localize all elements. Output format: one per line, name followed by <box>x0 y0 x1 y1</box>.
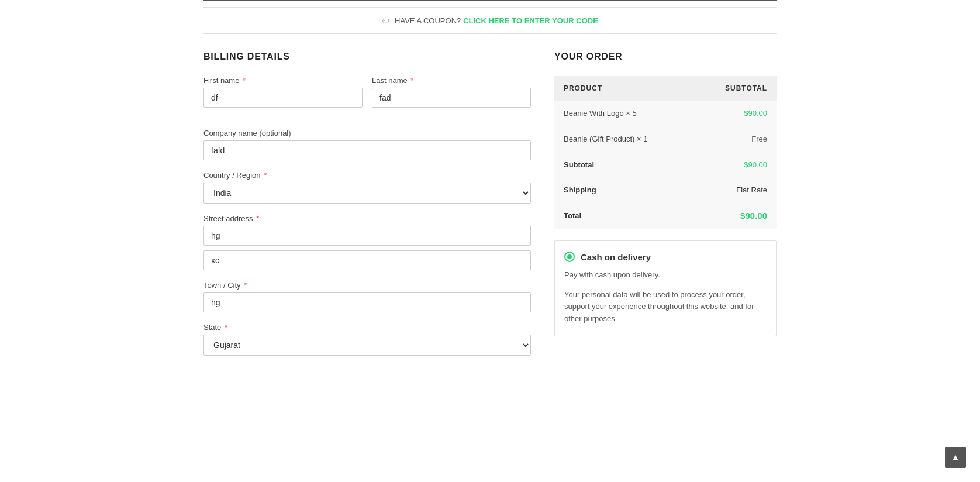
col-subtotal-header: SUBTOTAL <box>694 76 777 101</box>
shipping-value: Flat Rate <box>694 177 777 202</box>
first-name-input[interactable] <box>203 88 363 108</box>
street-group: Street address * <box>203 214 531 270</box>
radio-selected-icon[interactable] <box>564 252 575 262</box>
company-label: Company name (optional) <box>203 129 531 137</box>
last-name-input[interactable] <box>372 88 531 108</box>
last-name-group: Last name * <box>372 76 531 108</box>
coupon-link[interactable]: CLICK HERE TO ENTER YOUR CODE <box>463 16 598 25</box>
country-label: Country / Region * <box>203 171 531 180</box>
town-group: Town / City * <box>203 281 531 312</box>
radio-inner <box>567 254 572 259</box>
last-name-label: Last name * <box>372 76 531 85</box>
billing-title: BILLING DETAILS <box>203 51 531 62</box>
order-item-row: Beanie With Logo × 5$90.00 <box>554 101 777 126</box>
street-input-2[interactable] <box>203 250 531 270</box>
state-required: * <box>225 323 227 332</box>
country-select[interactable]: India United States United Kingdom <box>203 183 531 204</box>
subtotal-value: $90.00 <box>694 152 777 178</box>
total-row: Total $90.00 <box>554 202 777 229</box>
street-required: * <box>256 214 259 223</box>
name-row: First name * Last name * <box>203 76 531 118</box>
country-required: * <box>264 171 267 180</box>
last-name-required: * <box>410 76 413 85</box>
total-label: Total <box>554 202 694 229</box>
country-group: Country / Region * India United States U… <box>203 171 531 204</box>
state-label: State * <box>203 323 531 332</box>
payment-header: Cash on delivery <box>564 252 767 262</box>
town-input[interactable] <box>203 292 531 312</box>
payment-method-label: Cash on delivery <box>581 252 651 262</box>
billing-section: BILLING DETAILS First name * Last name * <box>203 51 531 366</box>
order-item-price: Free <box>694 126 777 152</box>
payment-description: Pay with cash upon delivery. <box>564 269 767 281</box>
street-input-1[interactable] <box>203 226 531 246</box>
town-label: Town / City * <box>203 281 531 290</box>
shipping-label: Shipping <box>554 177 694 202</box>
main-content: BILLING DETAILS First name * Last name * <box>203 51 777 366</box>
coupon-prefix: HAVE A COUPON? <box>395 16 461 25</box>
col-product-header: PRODUCT <box>554 76 694 101</box>
subtotal-row: Subtotal $90.00 <box>554 152 777 178</box>
payment-method: Cash on delivery Pay with cash upon deli… <box>554 240 777 336</box>
order-item-row: Beanie (Gift Product) × 1Free <box>554 126 777 152</box>
company-group: Company name (optional) <box>203 129 531 160</box>
tag-icon: 🏷 <box>382 16 389 25</box>
first-name-group: First name * <box>203 76 363 108</box>
order-title: YOUR ORDER <box>554 51 777 62</box>
total-value: $90.00 <box>694 202 777 229</box>
town-required: * <box>244 281 247 290</box>
order-item-price: $90.00 <box>694 101 777 126</box>
company-input[interactable] <box>203 140 531 160</box>
personal-data-note: Your personal data will be used to proce… <box>564 289 767 325</box>
order-item-name: Beanie With Logo × 5 <box>554 101 694 126</box>
order-table: PRODUCT SUBTOTAL Beanie With Logo × 5$90… <box>554 76 777 229</box>
state-select[interactable]: Gujarat Maharashtra Delhi <box>203 335 531 356</box>
street-label: Street address * <box>203 214 531 223</box>
state-group: State * Gujarat Maharashtra Delhi <box>203 323 531 356</box>
coupon-bar: 🏷 HAVE A COUPON? CLICK HERE TO ENTER YOU… <box>203 7 777 34</box>
order-section: YOUR ORDER PRODUCT SUBTOTAL Beanie With … <box>554 51 777 336</box>
order-item-name: Beanie (Gift Product) × 1 <box>554 126 694 152</box>
first-name-required: * <box>243 76 246 85</box>
first-name-label: First name * <box>203 76 363 85</box>
subtotal-label: Subtotal <box>554 152 694 178</box>
shipping-row: Shipping Flat Rate <box>554 177 777 202</box>
